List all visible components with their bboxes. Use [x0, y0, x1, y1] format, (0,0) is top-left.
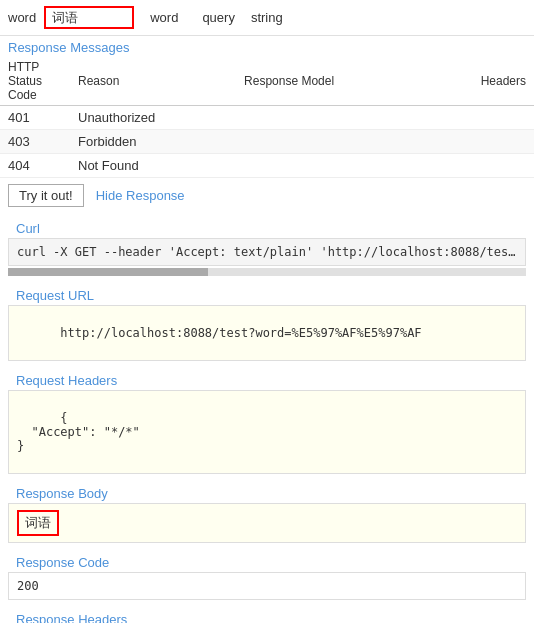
request-url-value: http://localhost:8088/test?word=%E5%97%A…	[60, 326, 421, 340]
word-label: word	[8, 10, 36, 25]
request-headers-value: { "Accept": "*/*" }	[17, 411, 140, 453]
table-row: 403 Forbidden	[0, 130, 534, 154]
try-it-out-button[interactable]: Try it out!	[8, 184, 84, 207]
hide-response-link[interactable]: Hide Response	[96, 188, 185, 203]
response-code-title: Response Code	[8, 551, 526, 572]
request-url-title: Request URL	[8, 284, 526, 305]
reason-401: Unauthorized	[70, 106, 236, 130]
string-label: string	[251, 10, 283, 25]
curl-scroll-thumb[interactable]	[8, 268, 208, 276]
status-403: 403	[0, 130, 70, 154]
response-body-value: 词语	[17, 510, 59, 536]
curl-section: Curl curl -X GET --header 'Accept: text/…	[0, 213, 534, 280]
response-headers-title: Response Headers	[8, 608, 526, 623]
response-body-section: Response Body 词语	[0, 478, 534, 547]
response-body-title: Response Body	[8, 482, 526, 503]
table-row: 401 Unauthorized	[0, 106, 534, 130]
reason-404: Not Found	[70, 154, 236, 178]
curl-box: curl -X GET --header 'Accept: text/plain…	[8, 238, 526, 266]
col-header-status: HTTPStatusCode	[0, 57, 70, 106]
col-header-headers: Headers	[425, 57, 534, 106]
request-url-section: Request URL http://localhost:8088/test?w…	[0, 280, 534, 365]
response-code-box: 200	[8, 572, 526, 600]
response-body-box: 词语	[8, 503, 526, 543]
reason-403: Forbidden	[70, 130, 236, 154]
query-label: query	[202, 10, 235, 25]
page-wrapper: word word query string Response Messages…	[0, 0, 534, 623]
response-messages-table: HTTPStatusCode Reason Response Model Hea…	[0, 57, 534, 178]
col-header-model: Response Model	[236, 57, 425, 106]
buttons-row: Try it out! Hide Response	[0, 178, 534, 213]
response-messages-title: Response Messages	[0, 36, 534, 57]
table-row: 404 Not Found	[0, 154, 534, 178]
status-401: 401	[0, 106, 70, 130]
curl-title: Curl	[8, 217, 526, 238]
curl-value: curl -X GET --header 'Accept: text/plain…	[17, 245, 523, 259]
response-code-section: Response Code 200	[0, 547, 534, 604]
curl-scrollbar[interactable]	[8, 268, 526, 276]
request-headers-title: Request Headers	[8, 369, 526, 390]
word-row: word word query string	[0, 0, 534, 36]
status-404: 404	[0, 154, 70, 178]
response-headers-section: Response Headers { "date": "Fri, 22 Feb …	[0, 604, 534, 623]
request-url-box: http://localhost:8088/test?word=%E5%97%A…	[8, 305, 526, 361]
request-headers-box: { "Accept": "*/*" }	[8, 390, 526, 474]
request-headers-section: Request Headers { "Accept": "*/*" }	[0, 365, 534, 478]
col-header-reason: Reason	[70, 57, 236, 106]
response-code-value: 200	[17, 579, 39, 593]
word-input[interactable]	[44, 6, 134, 29]
word-type: word	[150, 10, 178, 25]
